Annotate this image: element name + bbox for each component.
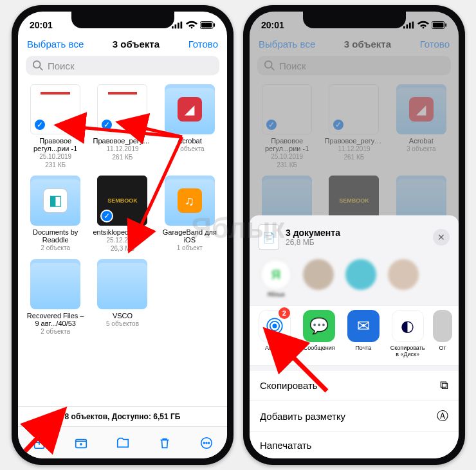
folder-item[interactable]: Recovered Files – 9 авг.../40/53 2 объек…: [23, 259, 87, 339]
airdrop-contacts: ЯЯблык: [250, 257, 459, 305]
svg-point-28: [273, 323, 277, 328]
svg-point-14: [208, 442, 209, 444]
footer-status: 8 объектов, Доступно: 6,51 ГБ: [18, 406, 227, 426]
garageband-icon: ♫: [178, 188, 202, 213]
file-name: Правовое регул...рии -1: [26, 137, 85, 152]
folder-item[interactable]: ◢ Acrobat 3 объекта: [158, 84, 222, 173]
acrobat-icon: ◢: [178, 97, 202, 122]
file-item[interactable]: ✓ Правовое_регулиро...еской 11.12.201926…: [90, 84, 154, 173]
file-name: Documents by Readdle: [26, 228, 85, 244]
action-print[interactable]: Напечатать: [250, 432, 459, 458]
more-button[interactable]: [198, 435, 215, 451]
svg-point-12: [203, 442, 205, 444]
file-name: VSCO: [93, 312, 152, 320]
search-icon: [32, 60, 44, 71]
file-name: entsiklopediya_poisko...heniya: [93, 228, 152, 236]
selected-checkmark-icon: ✓: [33, 118, 46, 131]
battery-icon: [200, 19, 215, 31]
svg-rect-6: [214, 23, 215, 27]
selected-checkmark-icon: ✓: [100, 210, 113, 222]
share-button[interactable]: [31, 435, 48, 451]
close-button[interactable]: ✕: [433, 229, 450, 246]
svg-rect-1: [175, 24, 177, 28]
folder-item[interactable]: VSCO 5 объектов: [90, 259, 154, 339]
app-airdrop[interactable]: 2 AirDrop: [256, 310, 294, 357]
new-folder-button[interactable]: [73, 435, 89, 451]
svg-rect-0: [172, 26, 174, 29]
yandex-disk-icon: ◐: [392, 310, 424, 342]
files-grid: ✓ Правовое регул...рии -1 25.10.2019231 …: [18, 79, 227, 339]
trash-button[interactable]: [156, 435, 173, 451]
svg-rect-2: [178, 23, 179, 28]
navbar: Выбрать все 3 объекта Готово: [18, 35, 227, 52]
action-markup[interactable]: Добавить разметкуⒶ: [250, 401, 459, 432]
action-list: Скопировать⧉ Добавить разметкуⒶ Напечата…: [250, 371, 459, 458]
app-messages[interactable]: 💬Сообщения: [300, 310, 338, 357]
done-button[interactable]: Готово: [188, 39, 218, 50]
app-more[interactable]: От: [433, 310, 452, 357]
documents-icon: ◧: [43, 188, 68, 213]
sheet-title: 3 документа: [286, 228, 340, 238]
notch: [303, 12, 406, 28]
markup-icon: Ⓐ: [437, 408, 448, 424]
copy-icon: ⧉: [440, 379, 448, 392]
file-name: Acrobat: [160, 137, 219, 145]
watermark: Яблык: [191, 212, 284, 244]
mail-icon: ✉: [347, 310, 380, 342]
file-name: Recovered Files – 9 авг.../40/53: [26, 312, 85, 327]
status-icons: [172, 19, 215, 31]
file-item[interactable]: SEMBOOK✓ entsiklopediya_poisko...heniya …: [90, 176, 154, 257]
status-time: 20:01: [30, 20, 53, 30]
search-placeholder: Поиск: [48, 60, 75, 71]
svg-point-7: [33, 61, 41, 68]
selected-checkmark-icon: ✓: [100, 118, 113, 131]
messages-icon: 💬: [303, 310, 335, 342]
sheet-subtitle: 26,8 МБ: [286, 238, 340, 247]
bottom-toolbar: [18, 426, 227, 458]
avatar: Я: [261, 259, 291, 290]
badge: 2: [279, 307, 290, 319]
contact-item[interactable]: ЯЯблык: [259, 259, 293, 298]
svg-rect-3: [181, 22, 183, 29]
svg-point-13: [206, 442, 207, 444]
share-apps: 2 AirDrop 💬Сообщения ✉Почта ◐Скопировать…: [250, 305, 459, 366]
app-disk[interactable]: ◐Скопировать в «Диск»: [389, 310, 426, 357]
nav-title: 3 объекта: [113, 39, 160, 50]
folder-item[interactable]: ◧ Documents by Readdle 2 объекта: [23, 176, 87, 257]
wifi-icon: [186, 19, 197, 31]
select-all-button[interactable]: Выбрать все: [27, 39, 84, 50]
file-name: Правовое_регулиро...еской: [93, 137, 152, 145]
move-button[interactable]: [114, 435, 131, 451]
svg-rect-5: [201, 23, 212, 27]
app-mail[interactable]: ✉Почта: [345, 310, 383, 357]
file-item[interactable]: ✓ Правовое регул...рии -1 25.10.2019231 …: [23, 84, 87, 173]
svg-line-8: [40, 68, 42, 71]
search-input[interactable]: Поиск: [26, 56, 219, 75]
share-sheet: 📄 3 документа 26,8 МБ ✕ ЯЯблык 2: [250, 215, 459, 458]
notch: [71, 12, 174, 28]
action-copy[interactable]: Скопировать⧉: [250, 371, 459, 401]
